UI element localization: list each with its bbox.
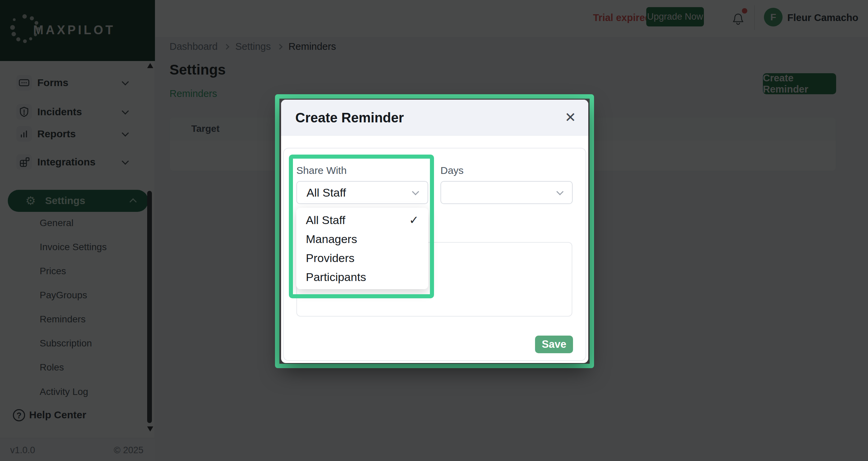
modal-header: Create Reminder ✕ (281, 100, 588, 136)
app-window: MAXPILOT Forms (0, 0, 868, 461)
days-label: Days (440, 165, 463, 176)
chevron-down-icon (556, 188, 564, 195)
close-icon[interactable]: ✕ (565, 109, 576, 125)
modal-title: Create Reminder (295, 100, 404, 136)
tour-highlight-inner-frame (289, 155, 434, 298)
days-select[interactable] (440, 181, 573, 204)
save-button[interactable]: Save (535, 336, 573, 353)
